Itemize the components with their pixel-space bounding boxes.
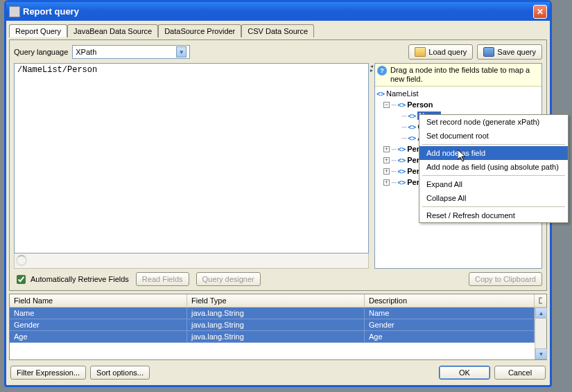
save-query-button[interactable]: Save query — [477, 44, 542, 60]
grid-corner-button[interactable] — [535, 294, 546, 307]
close-button[interactable]: ✕ — [533, 5, 547, 19]
folder-icon — [415, 47, 426, 57]
info-icon: ? — [377, 66, 387, 75]
element-icon: <> — [408, 134, 416, 142]
svg-rect-0 — [539, 298, 542, 303]
grid-header: Field Name Field Type Description — [10, 294, 546, 308]
element-icon: <> — [397, 168, 406, 175]
options-row: Automatically Retrieve Fields Read Field… — [14, 272, 542, 286]
query-textarea[interactable] — [14, 63, 369, 253]
element-icon: <> — [397, 145, 406, 153]
tree-context-menu[interactable]: Set record node (generate xPath) Set doc… — [419, 114, 569, 223]
table-row[interactable]: Gender java.lang.String Gender — [10, 319, 535, 331]
element-icon: <> — [397, 157, 406, 164]
grid-menu-icon — [539, 297, 542, 304]
query-designer-button[interactable]: Query designer — [196, 272, 261, 286]
menu-set-record-node[interactable]: Set record node (generate xPath) — [419, 115, 568, 129]
expand-icon[interactable]: + — [383, 157, 390, 163]
menu-separator — [422, 206, 565, 207]
expand-icon[interactable]: + — [383, 179, 390, 186]
ok-button[interactable]: OK — [439, 366, 490, 380]
grid-body: Name java.lang.String Name Gender java.l… — [10, 308, 546, 359]
query-language-label: Query language — [14, 48, 68, 56]
menu-collapse-all[interactable]: Collapse All — [419, 191, 568, 205]
element-icon: <> — [397, 101, 406, 109]
tab-javabean[interactable]: JavaBean Data Source — [67, 24, 158, 37]
tab-report-query[interactable]: Report Query — [9, 24, 67, 37]
splitter-right-icon: ► — [370, 69, 374, 73]
tree-node-root[interactable]: <> NameList — [376, 88, 540, 99]
menu-separator — [422, 175, 565, 176]
menu-add-node-as-field[interactable]: Add node as field — [419, 146, 568, 160]
chevron-down-icon: ▼ — [176, 46, 187, 57]
auto-retrieve-checkbox[interactable]: Automatically Retrieve Fields — [14, 273, 129, 286]
collapse-icon[interactable]: − — [383, 102, 390, 108]
read-fields-button[interactable]: Read Fields — [136, 272, 189, 286]
menu-expand-all[interactable]: Expand All — [419, 177, 568, 191]
scroll-up-icon[interactable]: ▲ — [535, 308, 547, 319]
element-icon: <> — [376, 90, 385, 98]
status-strip — [14, 253, 369, 269]
query-editor-pane — [14, 63, 369, 269]
element-icon: <> — [397, 179, 406, 186]
menu-reset-refresh[interactable]: Reset / Refresh document — [419, 208, 568, 222]
col-field-name[interactable]: Field Name — [10, 294, 187, 307]
copy-clipboard-button[interactable]: Copy to Clipboard — [469, 272, 542, 286]
query-language-combo[interactable]: XPath ▼ — [72, 45, 190, 59]
hint-text: Drag a node into the fields table to map… — [390, 66, 530, 83]
load-query-button[interactable]: Load query — [408, 44, 473, 60]
expand-icon[interactable]: + — [383, 168, 390, 175]
menu-add-node-absolute[interactable]: Add node as field (using absolute path) — [419, 160, 568, 174]
tabstrip: Report Query JavaBean Data Source DataSo… — [9, 24, 547, 37]
titlebar[interactable]: Report query ✕ — [6, 2, 550, 21]
window-title: Report query — [23, 6, 533, 17]
grid-scrollbar[interactable]: ▲ ▼ — [535, 308, 546, 359]
app-icon — [9, 6, 20, 17]
table-row[interactable]: Age java.lang.String Age — [10, 331, 535, 343]
menu-set-document-root[interactable]: Set document root — [419, 129, 568, 143]
filter-expression-button[interactable]: Filter Expression... — [10, 366, 86, 380]
cancel-button[interactable]: Cancel — [494, 366, 546, 380]
sort-options-button[interactable]: Sort options... — [90, 366, 150, 380]
query-lang-row: Query language XPath ▼ Load query Save q… — [14, 44, 542, 60]
spinner-icon — [16, 255, 27, 266]
splitter-handle[interactable]: ◄ ► — [369, 63, 374, 269]
table-row[interactable]: Name java.lang.String Name — [10, 308, 535, 319]
tab-datasource-provider[interactable]: DataSource Provider — [158, 24, 241, 37]
save-icon — [483, 47, 494, 57]
col-field-type[interactable]: Field Type — [187, 294, 365, 307]
tree-node-person-0[interactable]: − ···· <> Person — [376, 99, 540, 110]
hint-banner: ? Drag a node into the fields table to m… — [375, 64, 541, 87]
menu-separator — [422, 144, 565, 145]
element-icon: <> — [408, 112, 416, 120]
footer-buttons: Filter Expression... Sort options... OK … — [9, 363, 547, 382]
element-icon: <> — [408, 123, 416, 131]
col-description[interactable]: Description — [365, 294, 535, 307]
auto-retrieve-input[interactable] — [17, 275, 26, 284]
scroll-down-icon[interactable]: ▼ — [535, 348, 547, 359]
fields-grid[interactable]: Field Name Field Type Description Name j… — [9, 294, 547, 360]
tab-csv[interactable]: CSV Data Source — [241, 24, 314, 37]
expand-icon[interactable]: + — [383, 146, 390, 152]
query-language-value: XPath — [76, 48, 96, 56]
